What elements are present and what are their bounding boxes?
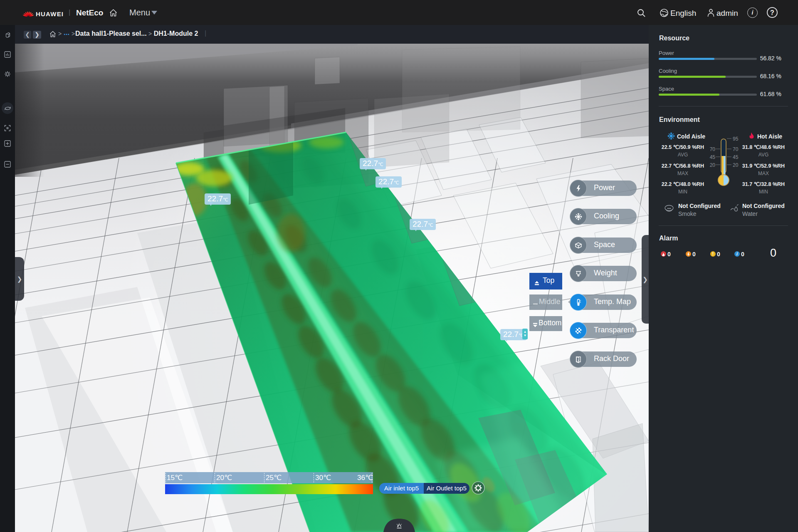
svg-text:t: t: [578, 274, 579, 276]
